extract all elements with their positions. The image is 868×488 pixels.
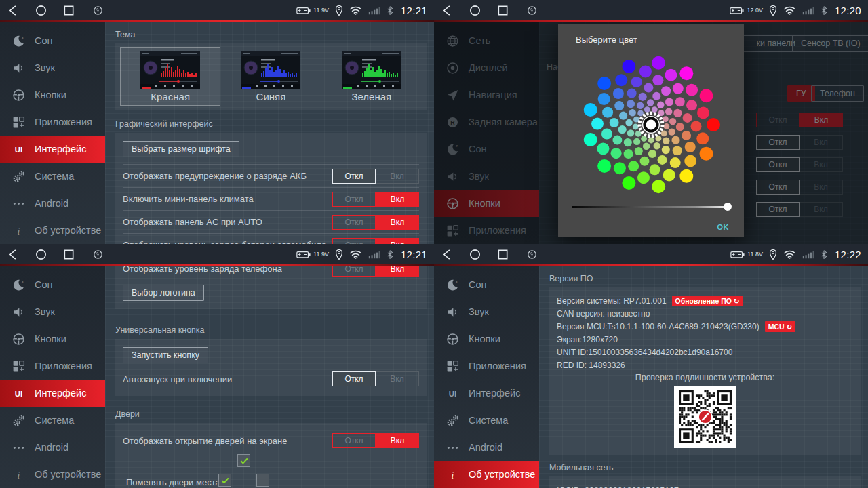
steering-wheel-icon bbox=[446, 332, 460, 346]
sidebar-item[interactable]: Система bbox=[434, 407, 539, 434]
home-icon[interactable] bbox=[35, 248, 47, 261]
bluetooth-icon bbox=[387, 5, 393, 16]
toggle-off-segment[interactable]: Откл bbox=[332, 215, 376, 230]
on-off-toggle[interactable]: Откл Вкл bbox=[332, 169, 419, 184]
sidebar-item[interactable]: Android bbox=[434, 434, 539, 461]
recents-icon[interactable] bbox=[62, 4, 75, 17]
sidebar-item[interactable]: UI Интерфейс bbox=[0, 380, 105, 407]
signal-icon bbox=[368, 6, 380, 15]
on-off-toggle[interactable]: Откл Вкл bbox=[332, 238, 419, 245]
recents-icon[interactable] bbox=[496, 248, 509, 261]
recents-icon[interactable] bbox=[496, 4, 509, 17]
toggle-on-segment[interactable]: Вкл bbox=[376, 169, 419, 184]
ok-button[interactable]: OK bbox=[717, 223, 730, 231]
sidebar-item[interactable]: i Об устройстве bbox=[0, 461, 105, 488]
slider-track[interactable] bbox=[572, 206, 730, 208]
disc-icon[interactable] bbox=[93, 5, 103, 16]
sidebar-item[interactable]: Приложения bbox=[0, 108, 105, 136]
color-wheel[interactable] bbox=[567, 53, 735, 198]
on-off-toggle[interactable]: Откл Вкл bbox=[332, 433, 419, 448]
toggle-on-segment[interactable]: Вкл bbox=[376, 238, 419, 245]
svg-text:i: i bbox=[18, 470, 20, 480]
disc-icon[interactable] bbox=[527, 5, 537, 16]
toggle-off-segment[interactable]: Откл bbox=[332, 266, 376, 277]
back-icon[interactable] bbox=[7, 4, 20, 17]
status-bar: 11.8V 12:22 bbox=[434, 244, 868, 264]
door-checkbox-left[interactable] bbox=[218, 474, 231, 487]
toggle-off-segment[interactable]: Откл bbox=[332, 433, 376, 448]
sidebar-item[interactable]: z Сон bbox=[0, 27, 105, 54]
nav-buttons bbox=[7, 248, 103, 261]
update-badge-button[interactable]: MCU ↻ bbox=[765, 321, 796, 332]
sidebar-item[interactable]: Кнопки bbox=[434, 325, 539, 352]
back-icon[interactable] bbox=[7, 248, 20, 261]
settings-main-panel: Тема bbox=[105, 22, 434, 244]
sidebar-item[interactable]: z Сон bbox=[434, 271, 539, 298]
clock: 12:21 bbox=[401, 5, 427, 16]
brightness-slider[interactable] bbox=[572, 202, 730, 211]
toggle-on-segment[interactable]: Вкл bbox=[376, 266, 419, 277]
toggle-off-segment[interactable]: Откл bbox=[332, 371, 376, 386]
theme-option[interactable]: Зеленая bbox=[321, 47, 422, 106]
location-icon bbox=[769, 249, 777, 260]
font-size-button[interactable]: Выбрать размер шрифта bbox=[123, 141, 239, 157]
svg-text:z: z bbox=[22, 279, 24, 283]
battery-voltage: 11.9V bbox=[313, 7, 329, 14]
toggle-on-segment[interactable]: Вкл bbox=[376, 215, 419, 230]
run-button[interactable]: Запустить кнопку bbox=[123, 347, 208, 363]
update-badge-button[interactable]: Обновление ПО ↻ bbox=[672, 296, 743, 306]
sidebar-item[interactable]: i Об устройстве bbox=[434, 461, 539, 488]
logo-select-button[interactable]: Выбор логотипа bbox=[123, 285, 204, 301]
settings-row: Отображать уровень заряда батареи автомо… bbox=[123, 233, 419, 244]
sidebar-item[interactable]: Приложения bbox=[0, 352, 105, 380]
theme-option[interactable]: Красная bbox=[120, 47, 220, 106]
door-checkbox-front[interactable] bbox=[237, 454, 250, 467]
sidebar-item[interactable]: UI Интерфейс bbox=[434, 380, 539, 407]
on-off-toggle[interactable]: Откл Вкл bbox=[332, 266, 419, 277]
sidebar-item[interactable]: Система bbox=[0, 163, 105, 190]
status-indicators: 11.9V 12:21 bbox=[296, 5, 427, 16]
sidebar-item[interactable]: Приложения bbox=[434, 352, 539, 380]
theme-option[interactable]: Синяя bbox=[220, 47, 321, 106]
slider-thumb[interactable] bbox=[724, 203, 732, 211]
sidebar-item[interactable]: Кнопки bbox=[0, 325, 105, 352]
color-picker-dialog: Выберите цвет OK bbox=[558, 24, 744, 237]
sidebar-item[interactable]: z Сон bbox=[0, 271, 105, 298]
toggle-off-segment[interactable]: Откл bbox=[332, 192, 376, 207]
toggle-off-segment[interactable]: Откл bbox=[332, 238, 376, 245]
toggle-off-segment[interactable]: Откл bbox=[332, 169, 376, 184]
theme-picker: Красная bbox=[115, 43, 427, 110]
disc-icon[interactable] bbox=[93, 249, 103, 260]
toggle-on-segment[interactable]: Вкл bbox=[376, 433, 419, 448]
toggle-on-segment[interactable]: Вкл bbox=[376, 192, 419, 207]
bluetooth-icon bbox=[821, 249, 827, 260]
disc-icon[interactable] bbox=[527, 249, 537, 260]
sidebar-item[interactable]: Кнопки bbox=[0, 81, 105, 108]
toggle-on-segment[interactable]: Вкл bbox=[376, 371, 419, 386]
sidebar-item[interactable]: Звук bbox=[434, 298, 539, 325]
on-off-toggle[interactable]: Откл Вкл bbox=[332, 215, 419, 230]
sidebar-item[interactable]: Звук bbox=[0, 54, 105, 81]
on-off-toggle[interactable]: Откл Вкл bbox=[332, 371, 419, 386]
sidebar-item[interactable]: Звук bbox=[0, 298, 105, 325]
on-off-toggle[interactable]: Откл Вкл bbox=[332, 192, 419, 207]
back-icon[interactable] bbox=[441, 4, 454, 17]
theme-preview-thumbnail bbox=[140, 51, 200, 89]
sidebar-item[interactable]: UI Интерфейс bbox=[0, 136, 105, 163]
settings-row: Автозапуск при включении Откл Вкл bbox=[123, 367, 419, 390]
home-icon[interactable] bbox=[35, 4, 47, 17]
sidebar-item[interactable]: i Об устройстве bbox=[0, 217, 105, 244]
signal-icon bbox=[368, 250, 380, 259]
door-checkbox-right[interactable] bbox=[256, 474, 269, 487]
home-icon[interactable] bbox=[469, 248, 481, 261]
version-info-row: Версия системы: RP7.01.001 Обновление ПО… bbox=[557, 296, 853, 306]
recents-icon[interactable] bbox=[62, 248, 75, 261]
sidebar-item[interactable]: Система bbox=[0, 407, 105, 434]
home-icon[interactable] bbox=[469, 4, 481, 17]
gui-settings-card: Выбрать размер шрифта Отображать предупр… bbox=[115, 133, 427, 244]
theme-preview-thumbnail bbox=[342, 51, 401, 89]
sidebar-item[interactable]: Android bbox=[0, 190, 105, 217]
back-icon[interactable] bbox=[441, 248, 454, 261]
sidebar-item[interactable]: Android bbox=[0, 434, 105, 461]
nav-buttons bbox=[441, 248, 537, 261]
